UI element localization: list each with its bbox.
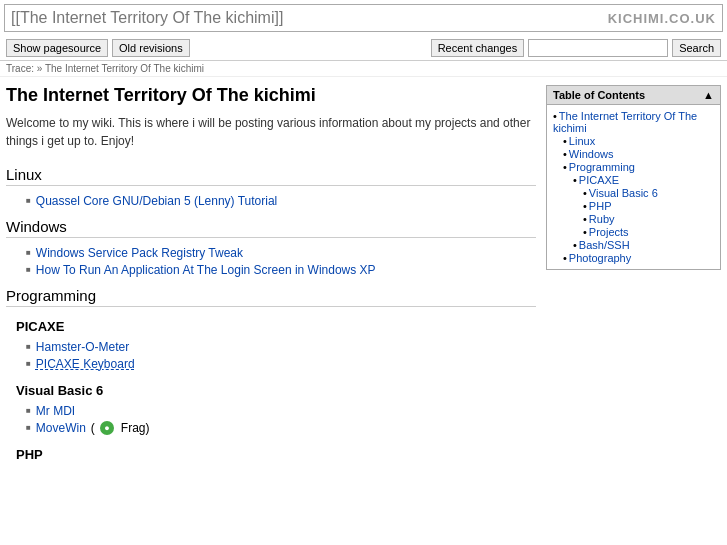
toc-item: •Programming	[563, 161, 714, 173]
windows-link-list: Windows Service Pack Registry Tweak How …	[6, 246, 536, 277]
vb6-link-list: Mr MDI MoveWin ( ● Frag)	[6, 404, 536, 435]
toc-bullet: •	[563, 135, 567, 147]
toc-item: •Linux	[563, 135, 714, 147]
frag-label: Frag)	[121, 421, 150, 435]
list-item: PICAXE Keyboard	[26, 357, 536, 371]
toc-link[interactable]: Bash/SSH	[579, 239, 630, 251]
intro-text: Welcome to my wiki. This is where i will…	[6, 114, 536, 150]
content-area: The Internet Territory Of The kichimi We…	[6, 85, 536, 468]
toc-title: Table of Contents	[553, 89, 645, 101]
section-heading-windows: Windows	[6, 218, 536, 238]
toc-bullet: •	[563, 161, 567, 173]
frag-icon: ●	[100, 421, 114, 435]
site-name: KICHIMI.CO.UK	[608, 11, 716, 26]
toc-link[interactable]: Ruby	[589, 213, 615, 225]
toc-link[interactable]: Photography	[569, 252, 631, 264]
section-heading-programming: Programming	[6, 287, 536, 307]
list-item: Quassel Core GNU/Debian 5 (Lenny) Tutori…	[26, 194, 536, 208]
sub-section-heading-php: PHP	[16, 447, 536, 462]
toc-item: •PICAXE	[573, 174, 714, 186]
search-input[interactable]	[528, 39, 668, 57]
toc-link[interactable]: Visual Basic 6	[589, 187, 658, 199]
toc-item: •PHP	[583, 200, 714, 212]
search-button[interactable]: Search	[672, 39, 721, 57]
sub-section-heading-picaxe: PICAXE	[16, 319, 536, 334]
toc-item: •Photography	[563, 252, 714, 264]
toolbar: Show pagesource Old revisions Recent cha…	[0, 36, 727, 61]
toc-bullet: •	[573, 174, 577, 186]
toc-bullet: •	[583, 200, 587, 212]
toc-bullet: •	[583, 226, 587, 238]
toc-link[interactable]: PICAXE	[579, 174, 619, 186]
toc-bullet: •	[553, 110, 557, 122]
toolbar-right: Recent changes Search	[431, 39, 721, 57]
toc-item: •Windows	[563, 148, 714, 160]
toc-link[interactable]: Programming	[569, 161, 635, 173]
page-title: The Internet Territory Of The kichimi	[6, 85, 536, 106]
toc-bullet: •	[563, 148, 567, 160]
breadcrumb-trace: Trace:	[6, 63, 34, 74]
breadcrumb-link[interactable]: The Internet Territory Of The kichimi	[45, 63, 204, 74]
header-title: [[The Internet Territory Of The kichimi]…	[11, 9, 283, 27]
mrmdi-link[interactable]: Mr MDI	[36, 404, 75, 418]
list-item: Windows Service Pack Registry Tweak	[26, 246, 536, 260]
windows-sp-link[interactable]: Windows Service Pack Registry Tweak	[36, 246, 243, 260]
frag-separator: (	[91, 421, 95, 435]
toc-link[interactable]: Windows	[569, 148, 614, 160]
quassel-link[interactable]: Quassel Core GNU/Debian 5 (Lenny) Tutori…	[36, 194, 277, 208]
toc-link[interactable]: The Internet Territory Of The kichimi	[553, 110, 697, 134]
toc-toggle[interactable]: ▲	[703, 89, 714, 101]
toc-bullet: •	[583, 187, 587, 199]
windows-login-link[interactable]: How To Run An Application At The Login S…	[36, 263, 376, 277]
section-heading-linux: Linux	[6, 166, 536, 186]
header: [[The Internet Territory Of The kichimi]…	[4, 4, 723, 32]
breadcrumb: Trace: » The Internet Territory Of The k…	[0, 61, 727, 77]
sub-section-heading-vb6: Visual Basic 6	[16, 383, 536, 398]
toc-item: •The Internet Territory Of The kichimi	[553, 110, 714, 134]
old-revisions-button[interactable]: Old revisions	[112, 39, 190, 57]
toc-link[interactable]: Linux	[569, 135, 595, 147]
toc-link[interactable]: Projects	[589, 226, 629, 238]
list-item: How To Run An Application At The Login S…	[26, 263, 536, 277]
toc-bullet: •	[583, 213, 587, 225]
toc-bullet: •	[573, 239, 577, 251]
toc-header: Table of Contents ▲	[547, 86, 720, 105]
picaxe-link-list: Hamster-O-Meter PICAXE Keyboard	[6, 340, 536, 371]
list-item: MoveWin ( ● Frag)	[26, 421, 536, 435]
toc-body: •The Internet Territory Of The kichimi •…	[547, 105, 720, 269]
linux-link-list: Quassel Core GNU/Debian 5 (Lenny) Tutori…	[6, 194, 536, 208]
main-layout: The Internet Territory Of The kichimi We…	[0, 77, 727, 476]
hamster-link[interactable]: Hamster-O-Meter	[36, 340, 129, 354]
toc-item: •Visual Basic 6	[583, 187, 714, 199]
breadcrumb-separator: »	[37, 63, 45, 74]
show-pagesource-button[interactable]: Show pagesource	[6, 39, 108, 57]
toc-item: •Bash/SSH	[573, 239, 714, 251]
list-item: Hamster-O-Meter	[26, 340, 536, 354]
toc-bullet: •	[563, 252, 567, 264]
toc-item: •Projects	[583, 226, 714, 238]
picaxe-keyboard-link[interactable]: PICAXE Keyboard	[36, 357, 135, 371]
recent-changes-button[interactable]: Recent changes	[431, 39, 525, 57]
toc-item: •Ruby	[583, 213, 714, 225]
toc-link[interactable]: PHP	[589, 200, 612, 212]
movewin-link[interactable]: MoveWin	[36, 421, 86, 435]
list-item: Mr MDI	[26, 404, 536, 418]
table-of-contents: Table of Contents ▲ •The Internet Territ…	[546, 85, 721, 270]
header-title-text: [[The Internet Territory Of The kichimi]…	[11, 9, 283, 26]
